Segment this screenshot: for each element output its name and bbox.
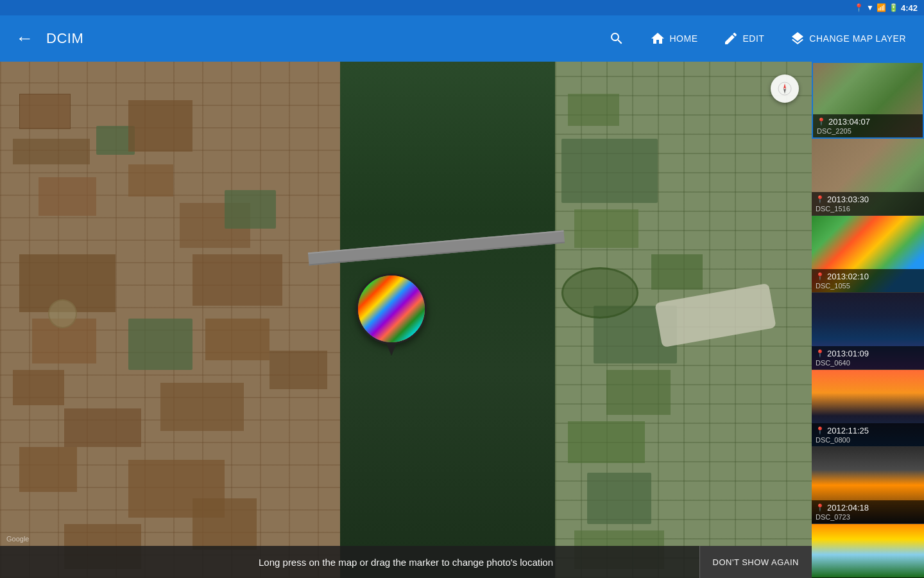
location-icon: 📍 — [854, 3, 864, 12]
hint-text: Long press on the map or drag the marker… — [259, 557, 553, 568]
hint-bar: Long press on the map or drag the marker… — [0, 546, 812, 578]
marker-image — [356, 274, 427, 344]
building-block — [128, 100, 193, 152]
photo-filename: DSC_2205 — [817, 127, 919, 135]
layers-icon — [790, 31, 805, 46]
photo-list-item[interactable]: 📍2012:11:25DSC_0800 — [812, 370, 924, 447]
photo-filename: DSC_0640 — [816, 359, 920, 367]
location-pin-icon: 📍 — [816, 195, 825, 204]
photo-list-item[interactable]: 📍2013:02:10DSC_1055 — [812, 216, 924, 293]
change-map-layer-button[interactable]: CHANGE MAP LAYER — [782, 26, 914, 51]
photo-date: 📍2013:02:10 — [816, 272, 920, 281]
city-right — [555, 62, 812, 578]
change-map-layer-label: CHANGE MAP LAYER — [809, 33, 906, 44]
building-block — [193, 254, 282, 306]
photo-date: 📍2013:01:09 — [816, 349, 920, 358]
building-block — [19, 447, 77, 492]
building-block — [568, 94, 619, 126]
wifi-icon: ▼ — [866, 3, 874, 12]
location-pin-icon: 📍 — [816, 504, 825, 512]
building-block — [64, 408, 141, 447]
photo-thumbnail — [812, 524, 924, 578]
building-block — [13, 370, 64, 405]
building-block — [574, 209, 638, 248]
photo-date: 📍2013:03:30 — [816, 195, 920, 204]
edit-button[interactable]: EDIT — [715, 26, 772, 51]
building-block — [13, 139, 90, 164]
compass-button[interactable] — [771, 74, 799, 103]
location-pin-icon: 📍 — [817, 118, 826, 126]
photo-meta: 📍2013:02:10DSC_1055 — [812, 269, 924, 292]
photo-filename: DSC_1055 — [816, 282, 920, 290]
large-structure — [654, 283, 776, 347]
map-watermark: Google — [6, 535, 29, 543]
location-pin-icon: 📍 — [816, 349, 825, 358]
circular-structure — [48, 299, 77, 328]
building-block — [193, 498, 257, 550]
photo-filename: DSC_1516 — [816, 205, 920, 213]
search-icon — [609, 31, 624, 46]
building-block — [160, 383, 244, 431]
green-area — [128, 319, 193, 370]
building-block — [38, 177, 96, 216]
app-title: DCIM — [46, 30, 594, 47]
location-pin-icon: 📍 — [816, 426, 825, 435]
photo-date-text: 2013:02:10 — [827, 272, 869, 281]
photo-meta: 📍2013:04:07DSC_2205 — [813, 114, 923, 137]
home-icon — [650, 31, 665, 46]
photo-filename: DSC_0723 — [816, 513, 920, 521]
edit-icon — [723, 31, 739, 46]
nav-actions: HOME EDIT CHANGE MAP LAYER — [601, 26, 914, 51]
status-bar: 📍 ▼ 📶 🔋 4:42 — [0, 0, 924, 15]
home-button[interactable]: HOME — [642, 26, 705, 51]
building-block — [568, 421, 645, 463]
photo-date: 📍2012:04:18 — [816, 503, 920, 512]
photo-list-item[interactable]: 📍2013:04:07DSC_2205 — [812, 62, 924, 139]
photo-date-text: 2013:04:07 — [828, 117, 870, 127]
photo-date: 📍2012:11:25 — [816, 426, 920, 435]
building-block — [270, 351, 327, 389]
green-area — [225, 190, 276, 229]
time-display: 4:42 — [901, 3, 918, 13]
map-area[interactable]: Google Long press on the map or drag the… — [0, 62, 812, 578]
photo-date-text: 2013:01:09 — [827, 349, 869, 358]
building-block — [651, 254, 703, 290]
building-block — [606, 370, 671, 415]
signal-icon: 📶 — [877, 3, 886, 12]
home-label: HOME — [669, 33, 697, 44]
building-block — [19, 94, 71, 129]
photo-meta: 📍2012:11:25DSC_0800 — [812, 423, 924, 446]
photo-sidebar: 📍2013:04:07DSC_2205📍2013:03:30DSC_1516📍2… — [812, 62, 924, 578]
topbar: ← DCIM HOME EDIT CHANGE MAP LAYER — [0, 15, 924, 62]
city-left — [0, 62, 340, 578]
photo-list-item[interactable]: 📍2013:01:09DSC_0640 — [812, 293, 924, 370]
compass-icon — [777, 81, 792, 96]
location-pin-icon: 📍 — [816, 272, 825, 281]
photo-meta: 📍2013:03:30DSC_1516 — [812, 192, 924, 215]
building-block — [205, 319, 270, 360]
back-button[interactable]: ← — [10, 23, 38, 54]
marker-tail — [386, 343, 397, 356]
status-icons: 📍 ▼ 📶 🔋 4:42 — [854, 3, 918, 13]
svg-marker-1 — [783, 83, 786, 89]
green-area — [561, 139, 658, 203]
photo-list-item[interactable]: 📍2012:03:25DSC_0601 — [812, 524, 924, 578]
edit-label: EDIT — [742, 33, 764, 44]
photo-list-item[interactable]: 📍2012:04:18DSC_0723 — [812, 447, 924, 524]
svg-marker-2 — [783, 89, 786, 94]
battery-icon: 🔋 — [889, 3, 898, 12]
stadium — [561, 267, 638, 319]
photo-date-text: 2013:03:30 — [827, 195, 869, 204]
photo-list-item[interactable]: 📍2013:03:30DSC_1516 — [812, 139, 924, 216]
photo-date: 📍2013:04:07 — [817, 117, 919, 127]
building-block — [128, 164, 173, 197]
photo-date-text: 2012:04:18 — [827, 503, 869, 512]
photo-meta: 📍2013:01:09DSC_0640 — [812, 346, 924, 369]
photo-marker[interactable] — [356, 274, 427, 357]
dont-show-again-button[interactable]: DON'T SHOW AGAIN — [699, 546, 812, 578]
search-button[interactable] — [601, 26, 632, 51]
photo-meta: 📍2012:04:18DSC_0723 — [812, 500, 924, 523]
green-area — [587, 473, 651, 524]
photo-filename: DSC_0800 — [816, 436, 920, 444]
photo-date-text: 2012:11:25 — [827, 426, 869, 435]
